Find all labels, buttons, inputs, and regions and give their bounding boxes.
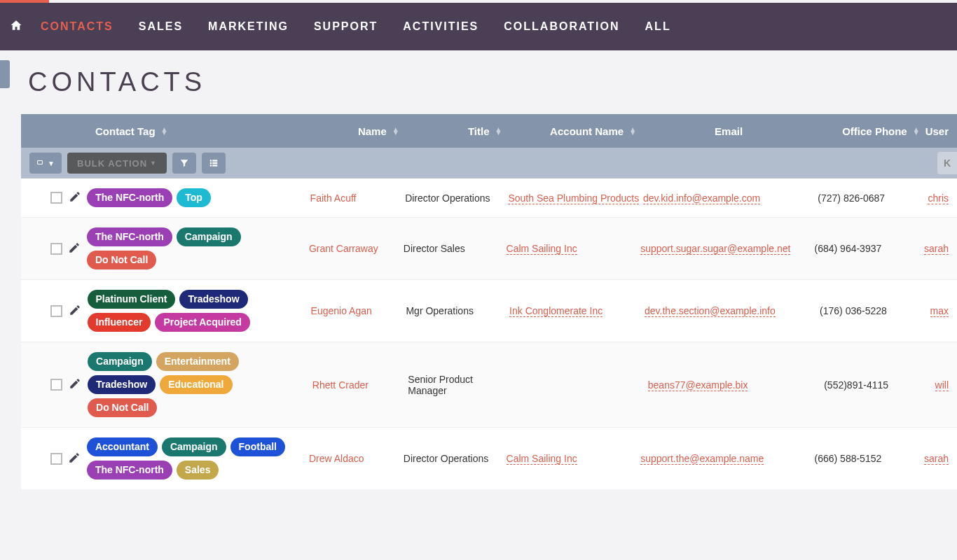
home-icon[interactable]	[4, 18, 28, 36]
contact-tag[interactable]: The NFC-north	[87, 227, 172, 246]
user-link[interactable]: will	[935, 379, 949, 391]
contact-tag[interactable]: Project Acquired	[155, 313, 250, 332]
bulk-action-label: BULK ACTION	[77, 158, 147, 169]
contact-name-link[interactable]: Eugenio Agan	[311, 305, 372, 316]
col-contact-tag[interactable]: Contact Tag ▲▼	[95, 125, 310, 137]
email-link[interactable]: support.the@example.name	[640, 453, 764, 465]
user-link[interactable]: sarah	[924, 453, 949, 465]
nav-item-sales[interactable]: SALES	[126, 20, 195, 32]
edit-icon[interactable]	[68, 451, 81, 466]
col-label: Office Phone	[842, 125, 907, 137]
col-label: Email	[715, 125, 743, 137]
col-label: Name	[358, 125, 387, 137]
table-row: CampaignEntertainmentTradeshowEducationa…	[21, 342, 957, 427]
col-label: User	[925, 125, 949, 137]
user-link[interactable]: sarah	[924, 243, 949, 255]
contact-tag[interactable]: Accountant	[87, 438, 158, 456]
contact-tag[interactable]: Tradeshow	[88, 375, 156, 394]
row-checkbox[interactable]	[50, 192, 62, 204]
email-link[interactable]: dev.kid.info@example.com	[643, 192, 760, 204]
contact-tag[interactable]: Do Not Call	[88, 398, 157, 417]
contact-title: Senior Product Manager	[408, 374, 473, 396]
nav-item-contacts[interactable]: CONTACTS	[28, 20, 126, 32]
row-checkbox[interactable]	[50, 305, 62, 317]
contact-tag[interactable]: Campaign	[162, 438, 226, 456]
svg-rect-5	[210, 164, 212, 166]
col-account[interactable]: Account Name ▲▼	[507, 125, 642, 137]
svg-rect-3	[210, 162, 212, 164]
contacts-table: Contact Tag ▲▼ Name ▲▼ Title ▲▼ Account …	[21, 114, 957, 489]
col-email[interactable]: Email	[642, 125, 815, 137]
contact-tag[interactable]: Influencer	[88, 313, 151, 332]
account-link[interactable]: Ink Conglomerate Inc	[509, 305, 603, 317]
contact-name-link[interactable]: Grant Carraway	[309, 243, 378, 254]
row-checkbox[interactable]	[50, 379, 62, 391]
svg-rect-2	[212, 160, 217, 161]
account-link[interactable]: South Sea Plumbing Products	[508, 192, 639, 204]
email-link[interactable]: dev.the.section@example.info	[645, 305, 776, 317]
col-user[interactable]: User	[925, 125, 957, 137]
contact-tag[interactable]: Top	[177, 188, 211, 207]
user-link[interactable]: chris	[928, 192, 949, 204]
bulk-action-button[interactable]: BULK ACTION ▼	[67, 153, 167, 174]
row-checkbox[interactable]	[50, 243, 62, 255]
contact-tag[interactable]: Sales	[177, 461, 219, 479]
col-label: Title	[468, 125, 490, 137]
view-selector-button[interactable]: ▼	[29, 153, 62, 174]
table-header: Contact Tag ▲▼ Name ▲▼ Title ▲▼ Account …	[21, 114, 957, 148]
phone-text: (727) 826-0687	[818, 192, 885, 204]
contact-title: Director Operations	[404, 453, 488, 464]
edit-icon[interactable]	[69, 304, 81, 318]
sort-icon: ▲▼	[629, 127, 636, 134]
phone-text: (552)891-4115	[824, 379, 888, 391]
filter-button[interactable]	[172, 153, 196, 174]
col-label: Contact Tag	[95, 125, 156, 137]
user-link[interactable]: max	[930, 305, 949, 317]
contact-name-link[interactable]: Faith Acuff	[310, 192, 357, 204]
edit-icon[interactable]	[68, 241, 81, 256]
nav-item-support[interactable]: SUPPORT	[301, 20, 390, 32]
svg-rect-1	[210, 160, 212, 161]
sort-icon: ▲▼	[913, 127, 920, 134]
account-link[interactable]: Calm Sailing Inc	[507, 243, 577, 255]
contact-title: Director Sales	[404, 243, 465, 254]
edit-icon[interactable]	[69, 377, 81, 392]
contact-name-link[interactable]: Rhett Crader	[312, 379, 369, 391]
sidebar-collapse-tab[interactable]	[0, 60, 10, 88]
contact-tag[interactable]: Entertainment	[156, 352, 239, 371]
nav-item-activities[interactable]: ACTIVITIES	[390, 20, 491, 32]
page-title: CONTACTS	[0, 50, 957, 114]
sort-icon: ▲▼	[161, 127, 168, 134]
scroll-right-hint[interactable]: K	[937, 152, 957, 174]
nav-item-collaboration[interactable]: COLLABORATION	[491, 20, 632, 32]
contact-tag[interactable]: Tradeshow	[179, 290, 247, 309]
phone-text: (666) 588-5152	[815, 453, 882, 464]
email-link[interactable]: support.sugar.sugar@example.net	[640, 243, 790, 255]
nav-item-marketing[interactable]: MARKETING	[195, 20, 301, 32]
contact-tag[interactable]: Platinum Client	[88, 290, 176, 309]
col-name[interactable]: Name ▲▼	[310, 125, 405, 137]
sort-icon: ▲▼	[495, 127, 502, 134]
svg-rect-6	[212, 164, 217, 166]
chevron-down-icon: ▼	[48, 160, 55, 167]
contact-tag[interactable]: Campaign	[177, 227, 241, 246]
col-phone[interactable]: Office Phone ▲▼	[815, 125, 925, 137]
col-label: Account Name	[550, 125, 624, 137]
nav-item-all[interactable]: ALL	[633, 20, 684, 32]
col-title[interactable]: Title ▲▼	[405, 125, 508, 137]
contact-title: Mgr Operations	[406, 305, 473, 316]
email-link[interactable]: beans77@example.bix	[648, 379, 748, 391]
list-view-button[interactable]	[202, 153, 226, 174]
contact-tag[interactable]: The NFC-north	[87, 188, 172, 207]
contact-tag[interactable]: Football	[230, 438, 285, 456]
contact-tag[interactable]: The NFC-north	[87, 461, 172, 479]
account-link[interactable]: Calm Sailing Inc	[507, 453, 577, 465]
row-checkbox[interactable]	[50, 453, 62, 465]
table-row: The NFC-northCampaignDo Not CallGrant Ca…	[21, 217, 957, 279]
contact-tag[interactable]: Do Not Call	[87, 251, 156, 270]
contact-tag[interactable]: Educational	[160, 375, 232, 394]
edit-icon[interactable]	[69, 190, 81, 205]
contact-name-link[interactable]: Drew Aldaco	[309, 453, 364, 464]
contact-tag[interactable]: Campaign	[88, 352, 152, 371]
top-nav: CONTACTSSALESMARKETINGSUPPORTACTIVITIESC…	[0, 3, 957, 50]
